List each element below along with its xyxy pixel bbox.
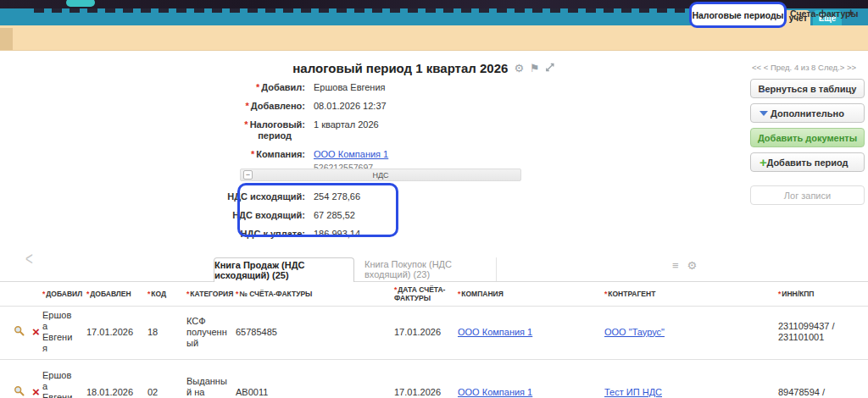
subtab-bar-left-block [0, 28, 13, 50]
nav-items-clipped [34, 8, 770, 13]
company-link[interactable]: ООО Компания 1 [458, 327, 532, 337]
list-menu-icon[interactable]: ≡ [672, 259, 679, 272]
button-label: Добавить документы [758, 133, 857, 143]
record-log-button[interactable]: Лог записи [750, 185, 865, 205]
add-documents-button[interactable]: Добавить документы [750, 128, 865, 147]
required-marker: * [246, 101, 249, 111]
button-label: Добавить период [766, 158, 848, 168]
related-table-section: < Книга Продаж (НДС исходящий) (25) Книг… [0, 246, 868, 398]
counterparty-link[interactable]: ООО "Таурус" [604, 327, 665, 337]
expand-icon[interactable] [546, 63, 555, 74]
action-buttons: ← Вернуться в таблицу Дополнительно Доба… [750, 79, 865, 205]
field-label: НДС входящий: [203, 210, 305, 221]
cell-inn-kpp: 89478594 / [761, 382, 868, 398]
field-label: НДС исходящий: [203, 191, 305, 202]
tab-label: Книга Покупок (НДС входящий) (23) [364, 259, 496, 279]
field-value: 254 278,66 [314, 191, 360, 202]
caret-down-icon [760, 111, 768, 116]
required-marker: * [244, 119, 248, 130]
field-value: 67 285,52 [314, 210, 355, 221]
col-header: *ДОБАВЛЕН [85, 286, 146, 301]
required-marker: * [147, 290, 150, 298]
plus-icon: + [760, 158, 767, 168]
col-header: *КОНТРАГЕНТ [603, 286, 761, 301]
col-header-label: КАТЕГОРИЯ [190, 290, 233, 298]
view-record-magnifier-icon[interactable] [14, 385, 25, 398]
col-header-actions [0, 290, 41, 297]
table-header-row: *ДОБАВИЛ *ДОБАВЛЕН *КОД *КАТЕГОРИЯ *№ СЧ… [0, 282, 868, 307]
record-form: *Добавил: Ершова Евгения *Добавлено: 08.… [203, 82, 559, 181]
subtab-nalogovye-periody[interactable]: Налоговые периоды [689, 2, 787, 28]
required-marker: * [251, 149, 254, 159]
tab-sales-book[interactable]: Книга Продаж (НДС исходящий) (25) [214, 257, 354, 282]
record-pagination[interactable]: << < Пред. 4 из 8 След.> >> [752, 63, 856, 72]
more-actions-button[interactable]: Дополнительно [750, 103, 865, 123]
required-marker: * [236, 290, 238, 298]
col-header: *КОМПАНИЯ [456, 286, 603, 301]
col-header: *КАТЕГОРИЯ [185, 286, 234, 301]
cell-invoice-number: 65785485 [234, 322, 392, 343]
cell-added-date: 18.01.2026 [85, 382, 146, 398]
delete-row-icon[interactable]: × [32, 387, 40, 397]
required-marker: * [42, 290, 45, 298]
counterparty-link[interactable]: Тест ИП НДС [604, 387, 662, 397]
cell-category: Выданный на аванс [185, 371, 231, 398]
delete-row-icon[interactable]: × [32, 327, 40, 337]
tab-label: Книга Продаж (НДС исходящий) (25) [214, 260, 353, 280]
required-marker: * [604, 290, 607, 298]
required-marker: * [778, 290, 781, 298]
nds-fields: НДС исходящий: 254 278,66 НДС входящий: … [203, 191, 458, 247]
view-record-magnifier-icon[interactable] [14, 325, 25, 339]
col-header-label: КОМПАНИЯ [461, 290, 504, 298]
table-settings-gear-icon[interactable]: ⚙ [687, 259, 698, 272]
cell-added-by: Ершова Евгения [41, 365, 78, 398]
cell-invoice-date: 17.01.2026 [392, 382, 456, 398]
col-header-label: ДОБАВЛЕН [90, 290, 131, 298]
cell-code: 02 [146, 382, 185, 398]
col-header: *ДАТА СЧЁТА-ФАКТУРЫ [392, 282, 453, 306]
required-marker: * [186, 290, 189, 298]
required-marker: * [86, 290, 89, 298]
record-header: налоговый период 1 квартал 2026 ⚙ ⚑ [292, 61, 554, 75]
required-marker: * [394, 285, 397, 294]
button-label: Лог записи [784, 191, 831, 201]
button-label: Вернуться в таблицу [759, 84, 857, 94]
col-header: *КОД [146, 286, 185, 301]
nds-section-title: НДС [241, 171, 520, 180]
col-header-label: ДАТА СЧЁТА-ФАКТУРЫ [394, 285, 445, 302]
nds-section-header: − НДС [240, 169, 521, 181]
field-label: Налоговый: [250, 119, 305, 130]
back-to-table-button[interactable]: ← Вернуться в таблицу [750, 79, 865, 98]
field-label-line2: период [203, 130, 305, 141]
field-value: Ершова Евгения [314, 82, 386, 93]
col-header-label: ДОБАВИЛ [46, 290, 82, 298]
field-nds-payable: НДС к уплате: 186 993,14 [203, 229, 458, 240]
collapse-table-chevron-icon[interactable]: < [25, 247, 33, 269]
tab-purchases-book[interactable]: Книга Покупок (НДС входящий) (23) [354, 257, 497, 281]
field-label: Добавлено: [251, 101, 305, 111]
field-value: 186 993,14 [314, 229, 360, 240]
col-header: *ИНН/КПП [761, 286, 868, 301]
add-tab-button[interactable]: + [848, 6, 854, 19]
company-link[interactable]: ООО Компания 1 [314, 149, 388, 159]
col-header: *ДОБАВИЛ [41, 286, 85, 301]
col-header-label: КОД [151, 290, 166, 298]
cell-invoice-number: АВ0011 [234, 382, 392, 398]
arrow-left-icon: ← [760, 85, 771, 93]
subtab-label: Налоговые периоды [692, 10, 783, 20]
required-marker: * [256, 82, 259, 92]
field-nds-out: НДС исходящий: 254 278,66 [203, 191, 458, 202]
cell-code: 18 [146, 322, 185, 343]
field-value: 08.01.2026 12:37 [314, 101, 387, 112]
company-link[interactable]: ООО Компания 1 [458, 387, 532, 397]
add-period-button[interactable]: + Добавить период [750, 152, 865, 172]
table-row: × Ершова Евгения 17.01.2026 18 КСФ получ… [0, 305, 868, 360]
button-label: Дополнительно [771, 108, 844, 119]
gear-icon[interactable]: ⚙ [514, 63, 524, 74]
cell-category: КСФ полученный [185, 311, 231, 354]
page-title: налоговый период 1 квартал 2026 [292, 61, 508, 75]
subtab-bar [0, 25, 868, 51]
field-value: 1 квартал 2026 [314, 119, 379, 141]
bookmark-icon[interactable]: ⚑ [530, 63, 540, 74]
col-header: *№ СЧЁТА-ФАКТУРЫ [234, 286, 392, 301]
